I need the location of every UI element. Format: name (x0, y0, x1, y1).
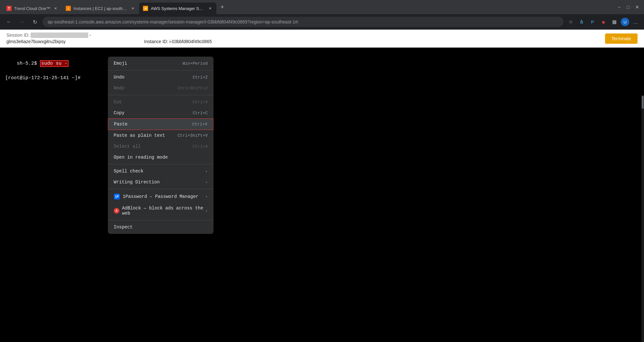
menu-item-emoji-label: Emoji (114, 61, 127, 66)
context-menu: Emoji Win+Period Undo Ctrl+Z Redo Ctrl+S… (108, 57, 213, 234)
session-id-label: Session ID: (6, 32, 31, 38)
adblock-arrow: › (205, 208, 208, 213)
redo-shortcut: Ctrl+Shift+Z (177, 86, 208, 91)
emoji-label: Emoji (114, 61, 127, 66)
terminal-line-1: sh-5.2$ sudo su - (5, 53, 639, 75)
paste-label: Paste (114, 122, 128, 127)
reading-mode-label-wrap: Open in reading mode (114, 155, 168, 160)
writing-direction-label: Writing Direction (114, 180, 160, 185)
menu-item-emoji[interactable]: Emoji Win+Period (108, 58, 213, 69)
separator-4 (108, 189, 213, 189)
ssm-favicon: A (143, 6, 148, 11)
undo-shortcut: Ctrl+Z (193, 75, 208, 80)
session-id-secondary: glms3e6aze7buwxgitru2bipsy (6, 39, 66, 44)
scrollbar-thumb (642, 96, 644, 109)
menu-item-inspect[interactable]: Inspect (108, 222, 213, 233)
tab-ssm-label: AWS Systems Manager Session... (151, 6, 205, 11)
separator-2 (108, 95, 213, 95)
instance-id-label: Instance ID: (144, 39, 170, 44)
1password-icon: 1P (114, 193, 120, 200)
tab-trendmicro[interactable]: T Trend Cloud One™ ✕ (3, 3, 62, 14)
1password-arrow: › (205, 194, 208, 199)
spell-check-label: Spell check (114, 169, 143, 174)
tab-ssm[interactable]: A AWS Systems Manager Session... ✕ (139, 3, 216, 14)
separator-1 (108, 70, 213, 70)
menu-item-reading-mode[interactable]: Open in reading mode (108, 152, 213, 163)
window-controls: − □ ✕ (615, 3, 644, 11)
address-right-icons: ☆ à P ■ ▦ U … (566, 17, 640, 26)
new-tab-button[interactable]: + (218, 3, 227, 12)
copy-label: Copy (114, 110, 125, 116)
address-input[interactable]: ap-southeast-1.console.aws.amazon.com /s… (43, 17, 564, 27)
tab-instances-label: Instances | EC2 | ap-southeast-... (73, 6, 128, 11)
back-button[interactable]: ← (4, 17, 14, 27)
menu-item-spell-check[interactable]: Spell check › (108, 166, 213, 177)
adblock-toolbar-icon[interactable]: ■ (599, 17, 608, 26)
instances-favicon: I (66, 6, 71, 11)
extensions-icon[interactable]: ▦ (610, 17, 619, 26)
redo-label: Redo (114, 86, 125, 91)
forward-button[interactable]: → (17, 17, 27, 27)
password-icon[interactable]: P (588, 17, 597, 26)
copy-label-wrap: Copy (114, 110, 125, 116)
menu-item-cut[interactable]: Cut Ctrl+X (108, 97, 213, 107)
paste-plain-label: Paste as plain text (114, 133, 165, 138)
prompt: sh-5.2$ (17, 61, 37, 66)
refresh-button[interactable]: ↻ (30, 17, 40, 27)
select-all-label-wrap: Select all (114, 144, 141, 149)
session-id-value: ██████████████████ (31, 32, 88, 38)
undo-label-wrap: Undo (114, 75, 125, 80)
menu-item-redo[interactable]: Redo Ctrl+Shift+Z (108, 83, 213, 94)
menu-item-undo[interactable]: Undo Ctrl+Z (108, 72, 213, 83)
maximize-button[interactable]: □ (624, 3, 632, 11)
adblock-label: AdBlock — block ads across the web (122, 206, 205, 216)
profile-icon[interactable]: U (621, 18, 629, 26)
session-id-separator: - (90, 32, 91, 38)
paste-label-wrap: Paste (114, 122, 128, 127)
menu-item-writing-direction[interactable]: Writing Direction › (108, 177, 213, 188)
command-highlight: sudo su - (40, 60, 69, 67)
tab-instances-close[interactable]: ✕ (130, 6, 135, 11)
tab-instances[interactable]: I Instances | EC2 | ap-southeast-... ✕ (62, 3, 139, 14)
terminal-line-2: [root@ip-172-31-25-141 ~]# (5, 75, 639, 82)
instance-id-value: i-03bbfd804f49c0865 (169, 39, 212, 44)
bookmark-icon[interactable]: ☆ (566, 17, 575, 26)
terminal[interactable]: sh-5.2$ sudo su - [root@ip-172-31-25-141… (0, 48, 644, 342)
tab-trendmicro-close[interactable]: ✕ (53, 6, 58, 11)
menu-item-copy[interactable]: Copy Ctrl+C (108, 107, 213, 118)
trendmicro-favicon: T (6, 6, 12, 11)
close-button[interactable]: ✕ (633, 3, 641, 11)
menu-item-1password[interactable]: 1P 1Password – Password Manager › (108, 190, 213, 203)
paste-plain-shortcut: Ctrl+Shift+V (177, 133, 208, 138)
menu-item-paste-plain[interactable]: Paste as plain text Ctrl+Shift+V (108, 130, 213, 141)
redo-label-wrap: Redo (114, 86, 125, 91)
menu-item-adblock[interactable]: A AdBlock — block ads across the web › (108, 203, 213, 219)
minimize-button[interactable]: − (615, 3, 623, 11)
cut-label-wrap: Cut (114, 99, 122, 105)
tab-bar: T Trend Cloud One™ ✕ I Instances | EC2 |… (0, 0, 644, 14)
menu-item-paste[interactable]: Paste Ctrl+V (108, 118, 213, 130)
paste-shortcut: Ctrl+V (192, 122, 207, 127)
inspect-label: Inspect (114, 225, 133, 230)
1password-label: 1Password – Password Manager (123, 194, 198, 199)
settings-icon[interactable]: … (631, 17, 640, 26)
select-all-shortcut: Ctrl+A (193, 144, 208, 149)
cut-shortcut: Ctrl+X (193, 100, 208, 105)
writing-direction-arrow: › (205, 180, 208, 185)
tab-ssm-close[interactable]: ✕ (207, 6, 213, 11)
terminate-button[interactable]: Terminate (605, 33, 638, 44)
writing-direction-label-wrap: Writing Direction (114, 180, 160, 185)
spell-check-arrow: › (205, 169, 208, 174)
copy-shortcut: Ctrl+C (193, 111, 208, 116)
separator-3 (108, 164, 213, 164)
paste-plain-label-wrap: Paste as plain text (114, 133, 165, 138)
browser-chrome: T Trend Cloud One™ ✕ I Instances | EC2 |… (0, 0, 644, 48)
menu-item-select-all[interactable]: Select all Ctrl+A (108, 141, 213, 152)
browser-scrollbar[interactable] (641, 95, 644, 342)
cut-label: Cut (114, 99, 122, 105)
edge-icon[interactable]: à (577, 17, 586, 26)
address-protocol: ap-southeast-1.console.aws.amazon.com (48, 19, 131, 24)
reading-mode-label: Open in reading mode (114, 155, 168, 160)
separator-5 (108, 220, 213, 220)
inspect-label-wrap: Inspect (114, 225, 133, 230)
